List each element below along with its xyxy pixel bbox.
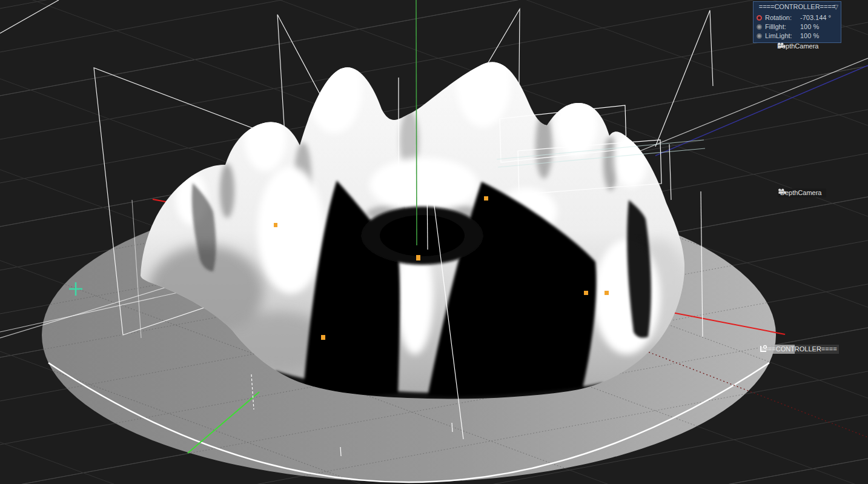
filllight-label: Filllght: xyxy=(765,23,797,31)
depth-camera-label-top[interactable]: DepthCamera xyxy=(777,42,821,50)
keyframe-circle-icon[interactable] xyxy=(757,15,762,21)
controller-hud-panel[interactable]: ====CONTROLLER==== ▽ Rotation: -703.144 … xyxy=(753,1,841,43)
hud-row-filllight: Filllght: 100 % xyxy=(757,23,838,30)
scene-canvas xyxy=(0,0,868,484)
object-handle-dot[interactable] xyxy=(584,291,588,295)
keyframe-circle-icon[interactable] xyxy=(757,33,762,39)
hud-row-rotation: Rotation: -703.144 ° xyxy=(757,14,838,21)
object-handle-dot[interactable] xyxy=(321,335,325,340)
hud-row-limlight: LimLight: 100 % xyxy=(757,32,838,39)
collapse-triangle-icon[interactable]: ▽ xyxy=(833,3,838,11)
depth-camera-text: DepthCamera xyxy=(780,189,821,197)
hud-title-row[interactable]: ====CONTROLLER==== ▽ xyxy=(757,3,838,12)
object-handle-dot[interactable] xyxy=(605,291,609,295)
rotation-value[interactable]: -703.144 ° xyxy=(800,14,831,22)
limlight-label: LimLight: xyxy=(765,32,797,40)
object-handle-dot[interactable] xyxy=(416,255,420,260)
y-axis-green-line xyxy=(416,0,417,245)
controller-null-text: ====CONTROLLER==== xyxy=(758,345,839,354)
filllight-value[interactable]: 100 % xyxy=(800,23,819,31)
3d-viewport[interactable]: ====CONTROLLER==== ▽ Rotation: -703.144 … xyxy=(0,0,868,484)
limlight-value[interactable]: 100 % xyxy=(800,32,819,40)
controller-null-label[interactable]: ====CONTROLLER==== xyxy=(758,345,842,354)
object-handle-dot[interactable] xyxy=(274,223,277,227)
object-handle-dot[interactable] xyxy=(484,196,488,201)
depth-camera-label-mid[interactable]: DepthCamera xyxy=(778,188,826,197)
rotation-label: Rotation: xyxy=(765,14,797,22)
hud-title: ====CONTROLLER==== xyxy=(759,3,836,10)
keyframe-circle-icon[interactable] xyxy=(757,24,762,30)
